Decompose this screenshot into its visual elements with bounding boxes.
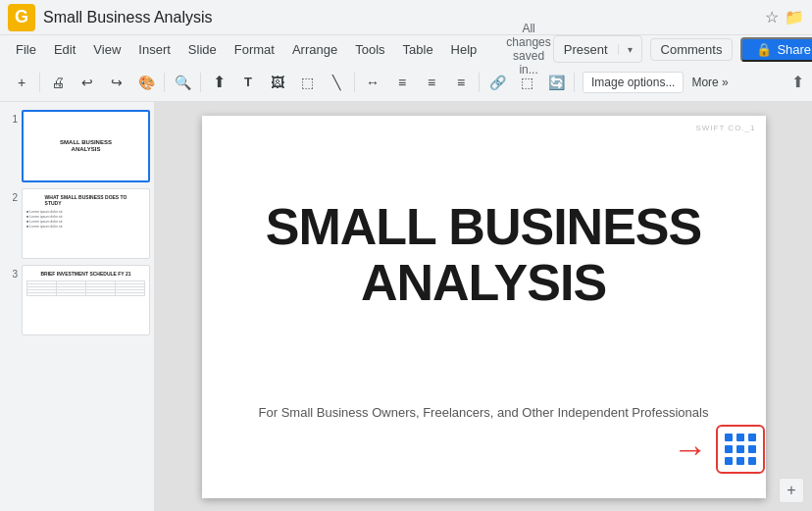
menu-file[interactable]: File bbox=[8, 40, 44, 59]
menu-slide[interactable]: Slide bbox=[180, 40, 225, 59]
dot-2 bbox=[736, 434, 744, 441]
arrow-overlay: → bbox=[673, 425, 765, 474]
title-bar: G Small Business Analysis ☆ 📁 bbox=[0, 0, 812, 35]
tb-cursor[interactable]: ⬆ bbox=[205, 69, 232, 96]
slide-subtitle: For Small Business Owners, Freelancers, … bbox=[202, 405, 766, 420]
app-icon: G bbox=[8, 4, 35, 31]
menu-table[interactable]: Table bbox=[395, 40, 441, 59]
title-actions: ☆ 📁 bbox=[765, 8, 804, 26]
menu-arrange[interactable]: Arrange bbox=[284, 40, 345, 59]
separator-1 bbox=[39, 73, 40, 92]
menu-insert[interactable]: Insert bbox=[130, 40, 178, 59]
slide-main-title: SMALL BUSINESSANALYSIS bbox=[202, 199, 766, 311]
tb-paint[interactable]: 🎨 bbox=[132, 69, 160, 96]
dot-5 bbox=[736, 445, 744, 453]
separator-4 bbox=[354, 73, 355, 92]
header-buttons: Present ▾ Comments 🔒 Share bbox=[553, 35, 812, 63]
comments-button[interactable]: Comments bbox=[650, 38, 734, 61]
star-icon[interactable]: ☆ bbox=[765, 8, 779, 26]
tb-zoom[interactable]: 🔍 bbox=[169, 69, 196, 96]
main-content: 1 SMALL BUSINESSANALYSIS 2 WHAT SMALL BU… bbox=[0, 102, 812, 511]
dot-9 bbox=[748, 457, 756, 465]
canvas-area: SWIFT CO._1 SMALL BUSINESSANALYSIS For S… bbox=[155, 102, 812, 511]
dot-3 bbox=[748, 434, 756, 441]
tb-shape[interactable]: ⬚ bbox=[293, 69, 321, 96]
slide-thumb-1[interactable]: 1 SMALL BUSINESSANALYSIS bbox=[4, 110, 150, 182]
slide-2-title: WHAT SMALL BUSINESS DOES TOSTUDY bbox=[45, 194, 127, 206]
dot-8 bbox=[736, 457, 744, 465]
more-button[interactable]: More » bbox=[685, 73, 734, 92]
separator-2 bbox=[164, 73, 165, 92]
dot-4 bbox=[725, 445, 733, 453]
tb-undo[interactable]: ↩ bbox=[74, 69, 101, 96]
share-lock-icon: 🔒 bbox=[756, 42, 772, 57]
tb-line[interactable]: ╲ bbox=[323, 69, 350, 96]
app-icon-label: G bbox=[15, 7, 28, 27]
slide-3-table bbox=[26, 281, 145, 296]
image-options-button[interactable]: Image options... bbox=[583, 72, 684, 93]
tb-redo[interactable]: ↪ bbox=[103, 69, 130, 96]
collapse-toolbar-button[interactable]: ⬆ bbox=[791, 73, 804, 91]
separator-5 bbox=[479, 73, 480, 92]
tb-image[interactable]: 🖼 bbox=[264, 69, 291, 96]
add-slide-button[interactable]: + bbox=[779, 478, 804, 503]
slide-thumb-3[interactable]: 3 BRIEF INVESTMENT SCHEDULE FY 21 bbox=[4, 265, 150, 335]
share-label: Share bbox=[777, 42, 811, 57]
slide-thumb-2[interactable]: 2 WHAT SMALL BUSINESS DOES TOSTUDY ■ Lor… bbox=[4, 188, 150, 259]
tb-list-2[interactable]: ≡ bbox=[418, 69, 445, 96]
slide-panel: 1 SMALL BUSINESSANALYSIS 2 WHAT SMALL BU… bbox=[0, 102, 155, 511]
menu-help[interactable]: Help bbox=[443, 40, 485, 59]
tb-rotate[interactable]: 🔄 bbox=[542, 69, 570, 96]
slide-2-thumb[interactable]: WHAT SMALL BUSINESS DOES TOSTUDY ■ Lorem… bbox=[22, 188, 150, 259]
arrow-right-icon: → bbox=[673, 429, 708, 470]
slide-num-1: 1 bbox=[4, 114, 22, 125]
slide-1-title: SMALL BUSINESSANALYSIS bbox=[60, 139, 112, 153]
tb-align[interactable]: ↔ bbox=[359, 69, 386, 96]
slide-3-title: BRIEF INVESTMENT SCHEDULE FY 21 bbox=[40, 271, 130, 277]
document-title: Small Business Analysis bbox=[43, 9, 757, 26]
tb-list-1[interactable]: ≡ bbox=[388, 69, 416, 96]
tb-print[interactable]: 🖨 bbox=[44, 69, 72, 96]
slide-3-thumb[interactable]: BRIEF INVESTMENT SCHEDULE FY 21 bbox=[22, 265, 150, 335]
tb-crop[interactable]: ⬚ bbox=[513, 69, 540, 96]
grid-icon-box[interactable] bbox=[716, 425, 765, 474]
dot-6 bbox=[748, 445, 756, 453]
share-button[interactable]: 🔒 Share bbox=[740, 37, 812, 62]
tb-list-3[interactable]: ≡ bbox=[447, 69, 475, 96]
present-dropdown[interactable]: ▾ bbox=[618, 44, 641, 55]
dot-7 bbox=[725, 457, 733, 465]
slide-2-content: ■ Lorem ipsum dolor sit■ Lorem ipsum dol… bbox=[26, 210, 145, 230]
menu-edit[interactable]: Edit bbox=[46, 40, 83, 59]
folder-icon[interactable]: 📁 bbox=[785, 8, 804, 26]
toolbar: + 🖨 ↩ ↪ 🎨 🔍 ⬆ T 🖼 ⬚ ╲ ↔ ≡ ≡ ≡ 🔗 ⬚ 🔄 Imag… bbox=[0, 63, 812, 102]
slide-num-3: 3 bbox=[4, 269, 22, 280]
present-button[interactable]: Present ▾ bbox=[553, 35, 642, 63]
dot-1 bbox=[725, 434, 733, 441]
present-label[interactable]: Present bbox=[554, 42, 618, 57]
menu-tools[interactable]: Tools bbox=[347, 40, 392, 59]
tb-add[interactable]: + bbox=[8, 69, 35, 96]
separator-3 bbox=[200, 73, 201, 92]
tb-text[interactable]: T bbox=[234, 69, 262, 96]
tb-link[interactable]: 🔗 bbox=[483, 69, 511, 96]
menu-format[interactable]: Format bbox=[227, 40, 282, 59]
separator-6 bbox=[574, 73, 575, 92]
menu-view[interactable]: View bbox=[85, 40, 128, 59]
grid-dots bbox=[719, 428, 762, 471]
slide-num-2: 2 bbox=[4, 192, 22, 203]
slide-1-thumb[interactable]: SMALL BUSINESSANALYSIS bbox=[22, 110, 150, 182]
slide-brand: SWIFT CO._1 bbox=[695, 124, 755, 132]
menu-bar: File Edit View Insert Slide Format Arran… bbox=[0, 35, 812, 63]
